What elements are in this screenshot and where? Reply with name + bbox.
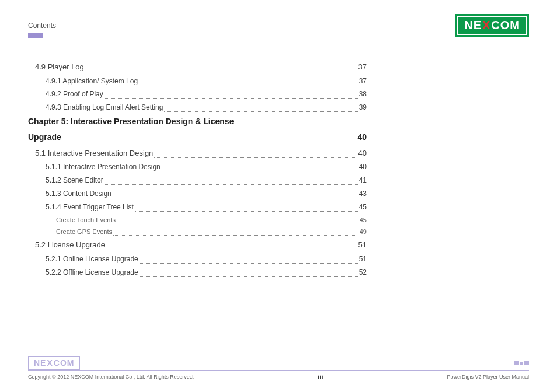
toc-entry[interactable]: 5.1.3 Content Design 43 xyxy=(28,187,367,201)
toc-leader-dots xyxy=(162,171,358,172)
toc-label: Create Touch Events xyxy=(56,214,116,226)
toc-label: 5.2.1 Online License Upgrade xyxy=(46,253,138,266)
toc-entry[interactable]: 4.9 Player Log 37 xyxy=(28,60,367,75)
toc-page: 38 xyxy=(359,88,367,101)
toc-page: 51 xyxy=(359,253,367,266)
toc-page: 40 xyxy=(358,146,367,161)
footer-manual-name: PowerDigis V2 Player User Manual xyxy=(447,374,529,380)
toc-leader-dots xyxy=(113,198,358,198)
toc-label: 5.2 License Upgrade xyxy=(35,238,105,253)
toc-entry[interactable]: 5.2 License Upgrade 51 xyxy=(28,238,367,253)
toc-label: 4.9.3 Enabling Log Email Alert Setting xyxy=(46,101,163,114)
footer-decor-icon xyxy=(514,360,529,365)
toc-leader-dots xyxy=(139,85,358,85)
footer-logo-x: X xyxy=(47,358,53,368)
toc-leader-dots xyxy=(105,98,358,99)
toc-leader-dots xyxy=(135,211,358,212)
logo-text-right: COM xyxy=(491,19,520,32)
toc-leader-dots xyxy=(164,111,357,112)
toc-entry[interactable]: 5.1.1 Interactive Presentation Design 40 xyxy=(28,160,367,174)
footer-divider xyxy=(28,370,529,371)
footer-page-number: iii xyxy=(318,373,323,380)
toc-label: 4.9 Player Log xyxy=(35,60,84,75)
toc-entry[interactable]: Create GPS Events 49 xyxy=(28,226,367,238)
toc-entry[interactable]: Create Touch Events 45 xyxy=(28,214,367,226)
toc-page: 45 xyxy=(359,201,367,214)
toc-chapter-title-line2: Upgrade xyxy=(28,130,61,145)
toc-leader-dots xyxy=(62,143,357,144)
toc-entry[interactable]: 5.1 Interactive Presentation Design 40 xyxy=(28,146,367,161)
toc-chapter-title-line1: Chapter 5: Interactive Presentation Desi… xyxy=(28,117,367,126)
toc-page: 37 xyxy=(359,75,367,88)
nexcom-logo: NEXCOM xyxy=(455,14,529,37)
toc-label: 4.9.1 Application/ System Log xyxy=(46,75,138,88)
toc-leader-dots xyxy=(85,72,357,72)
footer-logo-right: COM xyxy=(54,358,75,368)
toc-entry[interactable]: 4.9.3 Enabling Log Email Alert Setting 3… xyxy=(28,101,367,114)
toc-label: 5.1 Interactive Presentation Design xyxy=(35,146,153,161)
toc-label: 5.1.1 Interactive Presentation Design xyxy=(46,160,161,174)
toc-entry[interactable]: 4.9.2 Proof of Play 38 xyxy=(28,88,367,101)
table-of-contents: 4.9 Player Log 37 4.9.1 Application/ Sys… xyxy=(28,60,367,279)
toc-entry[interactable]: 5.1.2 Scene Editor 41 xyxy=(28,174,367,187)
logo-text-left: NE xyxy=(464,19,482,32)
toc-page: 40 xyxy=(357,130,367,145)
toc-entry[interactable]: 5.2.1 Online License Upgrade 51 xyxy=(28,253,367,266)
toc-leader-dots xyxy=(154,158,357,158)
toc-label: 5.1.4 Event Trigger Tree List xyxy=(46,201,134,214)
toc-page: 49 xyxy=(360,226,367,238)
toc-page: 41 xyxy=(359,174,367,187)
toc-page: 45 xyxy=(360,214,367,226)
toc-label: 4.9.2 Proof of Play xyxy=(46,88,103,101)
toc-label: 5.2.2 Offline License Upgrade xyxy=(46,266,138,279)
footer-nexcom-logo: NEXCOM xyxy=(28,356,80,370)
toc-entry[interactable]: 5.2.2 Offline License Upgrade 52 xyxy=(28,266,367,279)
toc-entry[interactable]: 5.1.4 Event Trigger Tree List 45 xyxy=(28,201,367,214)
page-footer: NEXCOM Copyright © 2012 NEXCOM Internati… xyxy=(28,356,529,380)
toc-chapter-heading[interactable]: Chapter 5: Interactive Presentation Desi… xyxy=(28,117,367,145)
page-margin-tab xyxy=(28,33,43,38)
toc-label: 5.1.2 Scene Editor xyxy=(46,174,103,187)
toc-leader-dots xyxy=(140,276,358,277)
toc-page: 51 xyxy=(358,238,367,253)
footer-logo-left: NE xyxy=(34,358,46,368)
toc-leader-dots xyxy=(106,250,357,250)
toc-label: 5.1.3 Content Design xyxy=(46,187,112,201)
toc-page: 52 xyxy=(359,266,367,279)
toc-page: 40 xyxy=(359,160,367,174)
toc-page: 43 xyxy=(359,187,367,201)
footer-copyright: Copyright © 2012 NEXCOM International Co… xyxy=(28,374,194,380)
logo-text-x: X xyxy=(482,19,490,32)
toc-entry[interactable]: 4.9.1 Application/ System Log 37 xyxy=(28,75,367,88)
page-header: Contents NEXCOM xyxy=(28,14,529,37)
toc-leader-dots xyxy=(140,263,358,264)
toc-page: 37 xyxy=(358,60,367,75)
toc-leader-dots xyxy=(117,223,358,223)
header-contents-label: Contents xyxy=(28,22,56,30)
toc-page: 39 xyxy=(359,101,367,114)
toc-leader-dots xyxy=(105,184,358,185)
toc-label: Create GPS Events xyxy=(56,226,112,238)
toc-leader-dots xyxy=(113,235,358,236)
